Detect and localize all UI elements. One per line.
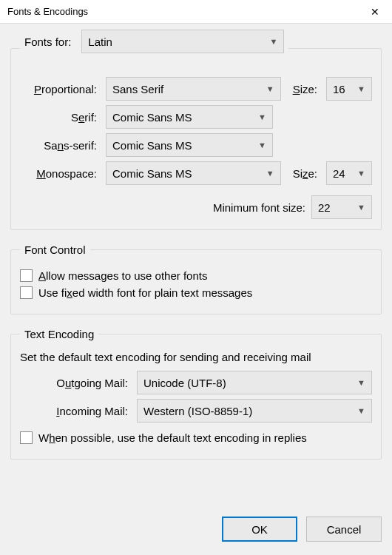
- fonts-group: Fonts for: Latin ▼ Proportional: Sans Se…: [10, 33, 382, 230]
- monospace-size-select[interactable]: 24 ▼: [326, 161, 372, 185]
- monospace-label: Monospace:: [20, 167, 100, 180]
- chevron-down-icon: ▼: [357, 84, 365, 93]
- chevron-down-icon: ▼: [357, 169, 365, 178]
- chevron-down-icon: ▼: [266, 169, 274, 178]
- incoming-row: Incoming Mail: Western (ISO-8859-1) ▼: [20, 399, 372, 423]
- min-font-label: Minimum font size:: [213, 201, 305, 214]
- monospace-size-value: 24: [333, 167, 345, 180]
- monospace-row: Monospace: Comic Sans MS ▼ Size: 24 ▼: [20, 161, 372, 185]
- chevron-down-icon: ▼: [357, 203, 365, 212]
- chevron-down-icon: ▼: [357, 406, 365, 415]
- min-font-row: Minimum font size: 22 ▼: [20, 195, 372, 219]
- chevron-down-icon: ▼: [258, 141, 266, 149]
- proportional-label: Proportional:: [20, 83, 100, 95]
- chevron-down-icon: ▼: [258, 112, 266, 121]
- dialog-content: Fonts for: Latin ▼ Proportional: Sans Se…: [0, 24, 392, 460]
- monospace-size-label: Size:: [287, 167, 320, 180]
- fonts-for-label: Fonts for:: [24, 36, 75, 48]
- outgoing-value: Unicode (UTF-8): [143, 377, 226, 389]
- proportional-size-value: 16: [333, 83, 345, 95]
- fonts-for-value: Latin: [88, 36, 112, 48]
- close-button[interactable]: ✕: [358, 0, 392, 24]
- monospace-value: Comic Sans MS: [112, 167, 192, 180]
- proportional-row: Proportional: Sans Serif ▼ Size: 16 ▼: [20, 77, 372, 101]
- incoming-value: Western (ISO-8859-1): [143, 405, 252, 417]
- dialog-buttons: OK Cancel: [222, 517, 382, 542]
- encoding-desc: Set the default text encoding for sendin…: [20, 351, 372, 363]
- serif-value: Comic Sans MS: [112, 111, 192, 124]
- serif-select[interactable]: Comic Sans MS ▼: [106, 105, 273, 129]
- text-encoding-group: Text Encoding Set the default text encod…: [10, 328, 382, 460]
- serif-label: Serif:: [20, 111, 100, 124]
- fonts-for-select[interactable]: Latin ▼: [81, 30, 284, 53]
- incoming-label: Incoming Mail:: [20, 405, 131, 417]
- proportional-select[interactable]: Sans Serif ▼: [106, 77, 281, 101]
- font-control-legend: Font Control: [20, 243, 90, 256]
- serif-row: Serif: Comic Sans MS ▼: [20, 105, 372, 129]
- close-icon: ✕: [371, 6, 379, 18]
- text-encoding-legend: Text Encoding: [20, 328, 98, 340]
- fixed-width-row[interactable]: Use fixed width font for plain text mess…: [20, 286, 372, 299]
- sans-serif-value: Comic Sans MS: [112, 139, 192, 152]
- proportional-size-select[interactable]: 16 ▼: [326, 77, 372, 101]
- when-possible-label: When possible, use the default text enco…: [38, 431, 307, 444]
- sans-serif-label: Sans-serif:: [20, 139, 100, 152]
- fixed-width-checkbox[interactable]: [20, 286, 33, 299]
- outgoing-label: Outgoing Mail:: [20, 377, 131, 389]
- fonts-for-legend: Fonts for: Latin ▼: [20, 33, 288, 64]
- ok-button[interactable]: OK: [222, 517, 297, 542]
- font-control-group: Font Control Allow messages to use other…: [10, 243, 382, 314]
- titlebar: Fonts & Encodings ✕: [0, 0, 392, 24]
- chevron-down-icon: ▼: [269, 37, 277, 46]
- when-possible-row[interactable]: When possible, use the default text enco…: [20, 431, 372, 444]
- allow-other-row[interactable]: Allow messages to use other fonts: [20, 269, 372, 282]
- incoming-select[interactable]: Western (ISO-8859-1) ▼: [137, 399, 372, 423]
- min-font-value: 22: [318, 201, 331, 214]
- fixed-width-label: Use fixed width font for plain text mess…: [38, 286, 252, 299]
- window-title: Fonts & Encodings: [7, 6, 88, 17]
- proportional-size-label: Size:: [287, 83, 320, 95]
- chevron-down-icon: ▼: [266, 84, 274, 93]
- when-possible-checkbox[interactable]: [20, 431, 33, 444]
- outgoing-row: Outgoing Mail: Unicode (UTF-8) ▼: [20, 371, 372, 394]
- min-font-select[interactable]: 22 ▼: [311, 195, 372, 219]
- sans-serif-select[interactable]: Comic Sans MS ▼: [106, 133, 273, 157]
- sans-serif-row: Sans-serif: Comic Sans MS ▼: [20, 133, 372, 157]
- monospace-select[interactable]: Comic Sans MS ▼: [106, 161, 281, 185]
- cancel-button[interactable]: Cancel: [306, 517, 382, 542]
- allow-other-checkbox[interactable]: [20, 269, 33, 282]
- allow-other-label: Allow messages to use other fonts: [38, 269, 207, 282]
- outgoing-select[interactable]: Unicode (UTF-8) ▼: [137, 371, 372, 394]
- proportional-value: Sans Serif: [112, 83, 163, 95]
- chevron-down-icon: ▼: [357, 378, 365, 387]
